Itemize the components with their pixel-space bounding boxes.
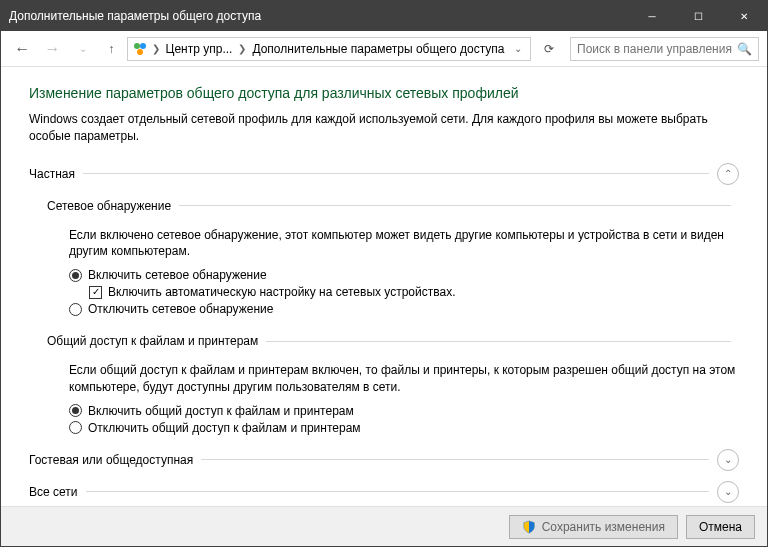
page-description: Windows создает отдельный сетевой профил… [29, 111, 739, 145]
svg-point-2 [137, 49, 143, 55]
section-label: Гостевая или общедоступная [29, 453, 193, 467]
checkbox-label: Включить автоматическую настройку на сет… [108, 285, 456, 299]
svg-point-1 [140, 43, 146, 49]
subsection-discovery: Сетевое обнаружение [47, 193, 739, 219]
search-input[interactable] [577, 42, 737, 56]
section-guest[interactable]: Гостевая или общедоступная ⌄ [29, 449, 739, 471]
titlebar: Дополнительные параметры общего доступа … [1, 1, 767, 31]
discovery-description: Если включено сетевое обнаружение, этот … [69, 227, 739, 261]
control-panel-icon [132, 41, 148, 57]
shield-icon [522, 520, 536, 534]
svg-point-0 [134, 43, 140, 49]
subsection-label: Общий доступ к файлам и принтерам [47, 334, 258, 348]
breadcrumb-segment[interactable]: Центр упр... [164, 42, 235, 56]
radio-icon [69, 421, 82, 434]
chevron-down-icon[interactable]: ⌄ [717, 449, 739, 471]
chevron-right-icon: ❯ [236, 43, 248, 54]
radio-discovery-off[interactable]: Отключить сетевое обнаружение [69, 302, 739, 316]
search-box[interactable]: 🔍 [570, 37, 759, 61]
refresh-button[interactable]: ⟳ [537, 37, 560, 61]
radio-icon [69, 303, 82, 316]
chevron-up-icon[interactable]: ⌃ [717, 163, 739, 185]
close-button[interactable]: ✕ [721, 1, 767, 31]
checkbox-icon: ✓ [89, 286, 102, 299]
radio-discovery-on[interactable]: Включить сетевое обнаружение [69, 268, 739, 282]
back-button[interactable]: ← [9, 35, 35, 63]
cancel-button[interactable]: Отмена [686, 515, 755, 539]
address-dropdown[interactable]: ⌄ [510, 43, 526, 54]
content-area: Изменение параметров общего доступа для … [1, 67, 767, 506]
radio-label: Включить общий доступ к файлам и принтер… [88, 404, 354, 418]
radio-label: Включить сетевое обнаружение [88, 268, 267, 282]
minimize-button[interactable]: ─ [629, 1, 675, 31]
recent-dropdown[interactable]: ⌄ [70, 35, 96, 63]
up-button[interactable]: ↑ [100, 37, 123, 61]
section-label: Частная [29, 167, 75, 181]
nav-toolbar: ← → ⌄ ↑ ❯ Центр упр... ❯ Дополнительные … [1, 31, 767, 67]
window-title: Дополнительные параметры общего доступа [9, 9, 629, 23]
chevron-down-icon[interactable]: ⌄ [717, 481, 739, 503]
chevron-right-icon: ❯ [150, 43, 162, 54]
radio-icon [69, 404, 82, 417]
cancel-label: Отмена [699, 520, 742, 534]
radio-fileshare-off[interactable]: Отключить общий доступ к файлам и принте… [69, 421, 739, 435]
save-label: Сохранить изменения [542, 520, 665, 534]
maximize-button[interactable]: ☐ [675, 1, 721, 31]
footer-bar: Сохранить изменения Отмена [1, 506, 767, 546]
section-label: Все сети [29, 485, 78, 499]
radio-fileshare-on[interactable]: Включить общий доступ к файлам и принтер… [69, 404, 739, 418]
forward-button[interactable]: → [39, 35, 65, 63]
section-all-networks[interactable]: Все сети ⌄ [29, 481, 739, 503]
page-heading: Изменение параметров общего доступа для … [29, 85, 739, 101]
address-bar[interactable]: ❯ Центр упр... ❯ Дополнительные параметр… [127, 37, 532, 61]
checkbox-auto-setup[interactable]: ✓ Включить автоматическую настройку на с… [89, 285, 739, 299]
breadcrumb-segment[interactable]: Дополнительные параметры общего доступа [250, 42, 506, 56]
radio-label: Отключить сетевое обнаружение [88, 302, 273, 316]
radio-label: Отключить общий доступ к файлам и принте… [88, 421, 361, 435]
subsection-label: Сетевое обнаружение [47, 199, 171, 213]
fileshare-description: Если общий доступ к файлам и принтерам в… [69, 362, 739, 396]
radio-icon [69, 269, 82, 282]
subsection-fileshare: Общий доступ к файлам и принтерам [47, 328, 739, 354]
save-button[interactable]: Сохранить изменения [509, 515, 678, 539]
section-private[interactable]: Частная ⌃ [29, 163, 739, 185]
search-icon: 🔍 [737, 42, 752, 56]
